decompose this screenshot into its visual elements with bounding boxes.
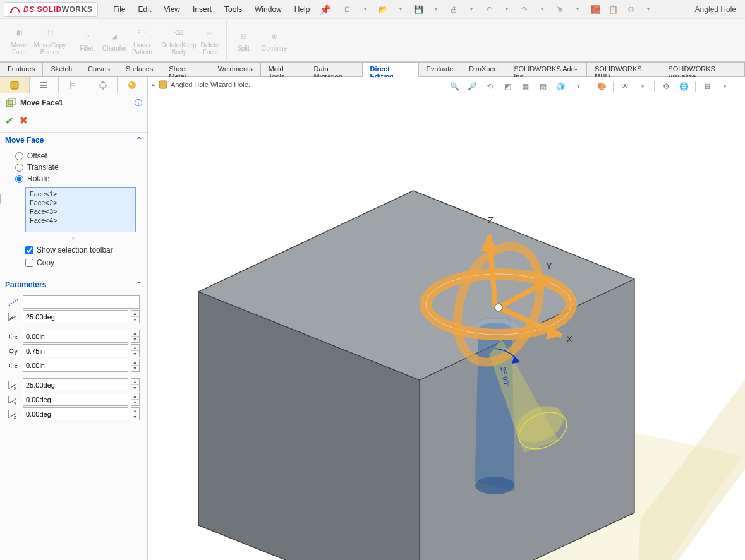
options-list-icon[interactable]: 📋: [606, 3, 620, 16]
breadcrumb[interactable]: ▸ Angled Hole Wizard Hole...: [152, 80, 254, 90]
cancel-button[interactable]: ✖: [20, 115, 28, 127]
cz-input[interactable]: [23, 359, 128, 372]
model-render[interactable]: Z Y X 25.00°: [173, 153, 745, 560]
property-tab[interactable]: [30, 77, 59, 93]
open-icon[interactable]: 📂: [376, 3, 390, 16]
list-item[interactable]: Face<1>: [28, 189, 133, 198]
offset-radio[interactable]: Offset: [6, 150, 141, 162]
pin-icon[interactable]: 📌: [320, 4, 330, 15]
fillet-button[interactable]: ◠Fillet: [73, 21, 100, 60]
ry-input[interactable]: [23, 393, 128, 406]
angle-input[interactable]: [23, 310, 128, 323]
menu-file[interactable]: File: [107, 3, 131, 16]
tab-weldments[interactable]: Weldments: [210, 62, 261, 76]
view-orientation-icon[interactable]: ▦: [518, 80, 533, 93]
list-item[interactable]: Face<4>: [28, 216, 133, 225]
tab-surfaces[interactable]: Surfaces: [118, 62, 161, 76]
svg-text:x: x: [15, 334, 18, 340]
tab-data-migration[interactable]: Data Migration: [306, 62, 363, 76]
cx-spinner[interactable]: ▲▼: [131, 330, 140, 343]
undo-icon[interactable]: ↶: [482, 3, 496, 16]
previous-view-icon[interactable]: ⟲: [482, 80, 497, 93]
config-tab[interactable]: [59, 77, 88, 93]
menu-window[interactable]: Window: [248, 3, 288, 16]
menu-view[interactable]: View: [157, 3, 186, 16]
move-face-section-header[interactable]: Move Face⌃: [0, 132, 147, 148]
rotate-radio[interactable]: Rotate: [6, 173, 141, 184]
delete-face-button[interactable]: ▱Delete Face: [196, 21, 224, 60]
rz-spinner[interactable]: ▲▼: [131, 407, 140, 420]
menu-help[interactable]: Help: [288, 3, 317, 16]
svg-rect-4: [40, 87, 47, 88]
tab-features[interactable]: Features: [0, 62, 43, 76]
screen-icon[interactable]: 🖥: [700, 80, 715, 93]
drag-handle-icon[interactable]: ○: [6, 235, 141, 241]
zoom-area-icon[interactable]: 🔎: [464, 80, 480, 93]
angle-icon: [6, 311, 20, 323]
tab-evaluate[interactable]: Evaluate: [419, 62, 462, 76]
settings-icon[interactable]: ⚙: [624, 3, 638, 16]
section-view-icon[interactable]: ◩: [500, 80, 515, 93]
graphics-viewport[interactable]: ▸ Angled Hole Wizard Hole... 🔍 🔎 ⟲ ◩ ▦ ▨…: [148, 77, 745, 560]
combine-button[interactable]: ⊕Combine: [257, 21, 291, 60]
menu-insert[interactable]: Insert: [186, 3, 218, 16]
tab-mbd[interactable]: SOLIDWORKS MBD: [587, 62, 660, 76]
select-icon[interactable]: 🖱: [553, 3, 567, 16]
menu-bar: File Edit View Insert Tools Window Help: [107, 3, 316, 16]
tab-sheet-metal[interactable]: Sheet Metal: [161, 62, 210, 76]
tab-sketch[interactable]: Sketch: [43, 62, 80, 76]
print-icon[interactable]: 🖨: [447, 3, 461, 16]
tab-direct-editing[interactable]: Direct Editing: [363, 62, 419, 77]
display-style-icon[interactable]: ▨: [535, 80, 550, 93]
zoom-fit-icon[interactable]: 🔍: [447, 80, 462, 93]
hide-show-icon[interactable]: 🧊: [553, 80, 568, 93]
render-icon[interactable]: 🌐: [676, 80, 691, 93]
ok-button[interactable]: ✔: [5, 115, 13, 127]
view-settings-icon[interactable]: ⚙: [658, 80, 674, 93]
move-copy-bodies-button[interactable]: ⬚Move/Copy Bodies: [33, 21, 67, 60]
parameters-section-header[interactable]: Parameters⌃: [0, 277, 147, 292]
breadcrumb-item[interactable]: Angled Hole Wizard Hole...: [171, 81, 254, 88]
appearance-tab[interactable]: [118, 77, 147, 93]
save-icon[interactable]: 💾: [411, 3, 425, 16]
tab-addins[interactable]: SOLIDWORKS Add-Ins: [506, 62, 587, 76]
linear-pattern-button[interactable]: ⋮⋮Linear Pattern: [128, 21, 156, 60]
menu-tools[interactable]: Tools: [218, 3, 248, 16]
ry-icon: y: [6, 393, 20, 406]
chamfer-button[interactable]: ◢Chamfer: [100, 21, 128, 60]
menu-edit[interactable]: Edit: [132, 3, 158, 16]
apply-scene-icon[interactable]: 👁: [617, 80, 633, 93]
cz-spinner[interactable]: ▲▼: [131, 359, 140, 372]
rebuild-icon[interactable]: 🧱: [588, 3, 602, 16]
list-item[interactable]: Face<2>: [28, 198, 133, 207]
cy-spinner[interactable]: ▲▼: [131, 344, 140, 357]
cx-input[interactable]: [23, 330, 128, 343]
redo-icon[interactable]: ↷: [518, 3, 531, 16]
rx-spinner[interactable]: ▲▼: [131, 378, 140, 391]
tab-dimxpert[interactable]: DimXpert: [461, 62, 506, 76]
dimxpert-tab[interactable]: [88, 77, 118, 93]
tab-mold-tools[interactable]: Mold Tools: [261, 62, 306, 76]
move-face-button[interactable]: ◧Move Face: [5, 21, 33, 60]
rx-input[interactable]: [23, 378, 128, 391]
feature-tree-tab[interactable]: [0, 77, 30, 93]
angle-spinner[interactable]: ▲▼: [131, 310, 140, 323]
axis-input[interactable]: [23, 295, 140, 309]
face-selection-list[interactable]: Face<1> Face<2> Face<3> Face<4>: [25, 187, 136, 232]
show-selection-toolbar-checkbox[interactable]: Show selection toolbar: [6, 244, 141, 256]
split-button[interactable]: ⊟Split: [229, 21, 257, 60]
tab-visualize[interactable]: SOLIDWORKS Visualize: [660, 62, 745, 76]
copy-checkbox[interactable]: Copy: [6, 256, 141, 269]
cy-input[interactable]: [23, 344, 128, 357]
app-logo[interactable]: DS SOLIDWORKS: [4, 2, 98, 17]
svg-text:z: z: [15, 363, 18, 369]
new-icon[interactable]: 🗋: [341, 3, 354, 16]
translate-radio[interactable]: Translate: [6, 162, 141, 173]
edit-appearance-icon[interactable]: 🎨: [594, 80, 609, 93]
rz-input[interactable]: [23, 407, 128, 420]
tab-curves[interactable]: Curves: [80, 62, 118, 76]
ry-spinner[interactable]: ▲▼: [131, 393, 140, 406]
list-item[interactable]: Face<3>: [28, 207, 133, 216]
help-icon[interactable]: ⓘ: [135, 98, 142, 109]
delete-keep-body-button[interactable]: ⌫Delete/Keep Body: [162, 21, 196, 60]
